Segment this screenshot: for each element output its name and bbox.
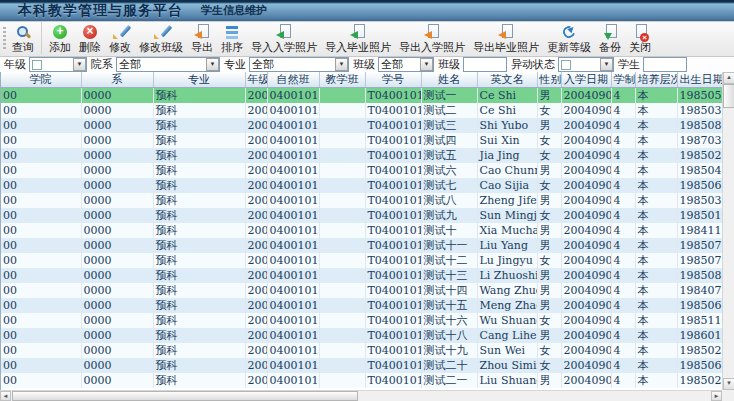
- toolbar-grip-icon[interactable]: [3, 27, 6, 51]
- table-row[interactable]: 00 0000 预科 2004 0400101 T040010110 测试十 X…: [1, 223, 722, 238]
- toolbar: 查询 添加 删除 修改 修改班级: [0, 22, 734, 57]
- update-level-button[interactable]: 更新等级: [543, 22, 595, 54]
- column-header[interactable]: 年级: [245, 72, 267, 88]
- cell-teaching-class: [319, 88, 365, 104]
- change-status-filter-select[interactable]: ▼: [558, 57, 614, 72]
- column-header[interactable]: 姓名: [421, 72, 477, 88]
- cell-enroll-date: 20040901: [561, 313, 611, 328]
- column-header[interactable]: 专业: [153, 72, 245, 88]
- column-header[interactable]: 英文名: [477, 72, 537, 88]
- cell-department: 0000: [81, 223, 153, 238]
- table-row[interactable]: 00 0000 预科 2004 0400101 T040010109 测试九 S…: [1, 208, 722, 223]
- column-header[interactable]: 系: [81, 72, 153, 88]
- column-header[interactable]: 学制: [611, 72, 635, 88]
- cell-name: 测试十: [421, 223, 477, 238]
- cell-department: 0000: [81, 103, 153, 118]
- vertical-scrollbar[interactable]: ▲ ▼: [722, 72, 734, 390]
- table-row[interactable]: 00 0000 预科 2004 0400101 T040010104 测试四 S…: [1, 133, 722, 148]
- cell-teaching-class: [319, 193, 365, 208]
- cell-college: 00: [1, 313, 81, 328]
- add-button[interactable]: 添加: [45, 22, 75, 54]
- edit-class-button[interactable]: 修改班级: [135, 22, 187, 54]
- query-button[interactable]: 查询: [8, 22, 42, 54]
- table-row[interactable]: 00 0000 预科 2004 0400101 T040010108 测试八 Z…: [1, 193, 722, 208]
- edit-button[interactable]: 修改: [105, 22, 135, 54]
- grade-filter-select[interactable]: ▼: [29, 57, 87, 72]
- cell-major: 预科: [153, 88, 245, 104]
- table-row[interactable]: 00 0000 预科 2004 0400101 T040010119 测试十九 …: [1, 343, 722, 358]
- column-header[interactable]: 学号: [365, 72, 421, 88]
- column-header[interactable]: 学院: [1, 72, 81, 88]
- table-row[interactable]: 00 0000 预科 2004 0400101 T040010105 测试五 J…: [1, 148, 722, 163]
- cell-name: 测试七: [421, 178, 477, 193]
- horizontal-scrollbar[interactable]: ◄ ►: [0, 390, 722, 401]
- table-row[interactable]: 00 0000 预科 2004 0400101 T040010118 测试十八 …: [1, 328, 722, 343]
- cell-gender: 男: [537, 268, 561, 283]
- v-scroll-thumb[interactable]: [723, 84, 734, 108]
- sort-icon: [224, 24, 240, 40]
- scroll-left-icon[interactable]: ◄: [0, 391, 11, 401]
- import-enroll-photo-button[interactable]: 导入入学照片: [247, 22, 321, 54]
- table-row[interactable]: 00 0000 预科 2004 0400101 T040010107 测试七 C…: [1, 178, 722, 193]
- cell-department: 0000: [81, 193, 153, 208]
- delete-icon: [82, 24, 98, 40]
- cell-birth-date: 19850621: [677, 178, 722, 193]
- cell-gender: 男: [537, 163, 561, 178]
- cell-duration: 4: [611, 178, 635, 193]
- column-header[interactable]: 出生日期: [677, 72, 722, 88]
- table-row[interactable]: 00 0000 预科 2004 0400101 T040010103 测试三 S…: [1, 118, 722, 133]
- chevron-down-icon[interactable]: ▼: [206, 58, 219, 71]
- class-filter-input[interactable]: [463, 57, 507, 72]
- scroll-down-icon[interactable]: ▼: [723, 378, 734, 390]
- scroll-up-icon[interactable]: ▲: [723, 72, 734, 84]
- cell-college: 00: [1, 268, 81, 283]
- chevron-down-icon[interactable]: ▼: [600, 58, 613, 71]
- table-row[interactable]: 00 0000 预科 2004 0400101 T040010101 测试一 C…: [1, 88, 722, 104]
- class-filter-select[interactable]: 全部 ▼: [378, 57, 434, 72]
- major-filter-select[interactable]: 全部 ▼: [249, 57, 349, 72]
- column-header[interactable]: 自然班: [267, 72, 319, 88]
- cell-name: 测试二: [421, 103, 477, 118]
- table-row[interactable]: 00 0000 预科 2004 0400101 T040010113 测试十三 …: [1, 268, 722, 283]
- table-row[interactable]: 00 0000 预科 2004 0400101 T040010121 测试二一 …: [1, 373, 722, 388]
- delete-button[interactable]: 删除: [75, 22, 105, 54]
- cell-student-id: T040010110: [365, 223, 421, 238]
- table-row[interactable]: 00 0000 预科 2004 0400101 T040010112 测试十二 …: [1, 253, 722, 268]
- student-filter-input[interactable]: [643, 57, 687, 72]
- cell-gender: 男: [537, 238, 561, 253]
- chevron-down-icon[interactable]: ▼: [420, 58, 433, 71]
- toolbar-button-label: 更新等级: [547, 41, 591, 54]
- backup-button[interactable]: 备份: [595, 22, 625, 54]
- table-row[interactable]: 00 0000 预科 2004 0400101 T040010102 测试二 C…: [1, 103, 722, 118]
- cell-name: 测试十六: [421, 313, 477, 328]
- toolbar-button-label: 删除: [79, 41, 101, 54]
- department-filter-select[interactable]: 全部 ▼: [116, 57, 220, 72]
- import-grad-photo-button[interactable]: 导入毕业照片: [321, 22, 395, 54]
- sort-button[interactable]: 排序: [217, 22, 247, 54]
- table-row[interactable]: 00 0000 预科 2004 0400101 T040010115 测试十五 …: [1, 298, 722, 313]
- chevron-down-icon[interactable]: ▼: [73, 58, 86, 71]
- export-grad-photo-button[interactable]: 导出毕业照片: [469, 22, 543, 54]
- cell-teaching-class: [319, 163, 365, 178]
- table-row[interactable]: 00 0000 预科 2004 0400101 T040010114 测试十四 …: [1, 283, 722, 298]
- column-header[interactable]: 教学班: [319, 72, 365, 88]
- export-enroll-photo-button[interactable]: 导出入学照片: [395, 22, 469, 54]
- cell-teaching-class: [319, 343, 365, 358]
- cell-college: 00: [1, 148, 81, 163]
- table-row[interactable]: 00 0000 预科 2004 0400101 T040010106 测试六 C…: [1, 163, 722, 178]
- table-row[interactable]: 00 0000 预科 2004 0400101 T040010116 测试十六 …: [1, 313, 722, 328]
- table-row[interactable]: 00 0000 预科 2004 0400101 T040010111 测试十一 …: [1, 238, 722, 253]
- cell-college: 00: [1, 133, 81, 148]
- close-button[interactable]: 关闭: [625, 22, 655, 54]
- scroll-right-icon[interactable]: ►: [711, 391, 722, 401]
- cell-duration: 4: [611, 358, 635, 373]
- chevron-down-icon[interactable]: ▼: [335, 58, 348, 71]
- cell-department: 0000: [81, 133, 153, 148]
- export-button[interactable]: 导出: [187, 22, 217, 54]
- column-header[interactable]: 培养层次: [635, 72, 677, 88]
- h-scroll-thumb[interactable]: [12, 391, 358, 401]
- column-header[interactable]: 性别: [537, 72, 561, 88]
- column-header[interactable]: 入学日期: [561, 72, 611, 88]
- table-row[interactable]: 00 0000 预科 2004 0400101 T040010120 测试二十 …: [1, 358, 722, 373]
- cell-level: 本: [635, 238, 677, 253]
